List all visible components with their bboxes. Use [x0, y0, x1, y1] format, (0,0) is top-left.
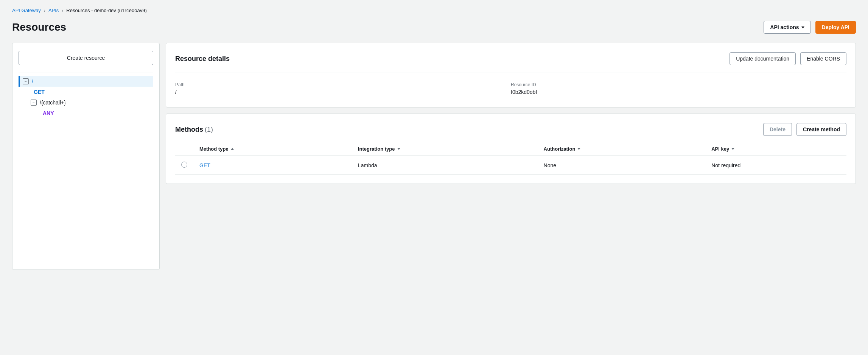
update-doc-label: Update documentation — [736, 56, 789, 62]
detail-path: Path / — [175, 79, 511, 98]
deploy-api-button[interactable]: Deploy API — [815, 21, 856, 34]
tree-label-root: / — [32, 78, 33, 84]
path-label: Path — [175, 82, 511, 87]
tree-collapse-root[interactable]: − — [23, 78, 29, 84]
col-authorization[interactable]: Authorization — [538, 142, 706, 156]
method-get-label: GET — [34, 89, 45, 95]
methods-table: Method type Integration type — [175, 142, 846, 174]
delete-label: Delete — [770, 126, 786, 132]
enable-cors-button[interactable]: Enable CORS — [800, 52, 846, 65]
resource-details-header: Resource details Update documentation En… — [175, 52, 846, 65]
sort-api-key[interactable]: API key — [711, 146, 840, 152]
table-row: GET Lambda None Not required — [175, 156, 846, 174]
row-integration-type-cell: Lambda — [352, 156, 538, 174]
row-integration-type-value: Lambda — [358, 162, 377, 168]
api-actions-button[interactable]: API actions — [764, 21, 810, 34]
methods-table-header-row: Method type Integration type — [175, 142, 846, 156]
row-radio[interactable] — [181, 162, 187, 168]
resource-id-value: f0b2kd0obf — [511, 89, 846, 95]
row-api-key-value: Not required — [711, 162, 740, 168]
create-resource-label: Create resource — [67, 55, 105, 61]
page-header: Resources API actions Deploy API — [12, 21, 856, 34]
deploy-api-label: Deploy API — [822, 24, 849, 30]
methods-title-group: Methods (1) — [175, 126, 213, 134]
tree-collapse-catchall[interactable]: − — [31, 100, 37, 106]
tree-item-root[interactable]: − / — [19, 76, 153, 87]
sort-method-type[interactable]: Method type — [199, 146, 346, 152]
create-method-button[interactable]: Create method — [796, 123, 846, 136]
sort-integration-type[interactable]: Integration type — [358, 146, 532, 152]
sort-authorization-icon — [577, 148, 580, 150]
sort-integration-type-icon — [397, 148, 400, 150]
methods-count: (1) — [205, 126, 213, 133]
main-layout: Create resource − / GET — [12, 43, 856, 270]
update-documentation-button[interactable]: Update documentation — [730, 52, 796, 65]
resource-id-label: Resource ID — [511, 82, 846, 87]
resource-tree: − / GET − /{catchall+} — [19, 73, 153, 118]
methods-title: Methods — [175, 126, 203, 133]
breadcrumb-apis[interactable]: APIs — [48, 8, 59, 13]
methods-actions: Delete Create method — [763, 123, 846, 136]
methods-table-body: GET Lambda None Not required — [175, 156, 846, 174]
resource-details-actions: Update documentation Enable CORS — [730, 52, 846, 65]
breadcrumb-api-gateway[interactable]: API Gateway — [12, 8, 41, 13]
sub-resource: − /{catchall+} ANY — [19, 97, 153, 118]
left-panel: Create resource − / GET — [12, 43, 160, 270]
tree-icon-root: − — [25, 79, 27, 84]
col-api-key-label: API key — [711, 146, 729, 152]
row-api-key-cell: Not required — [705, 156, 846, 174]
row-method-type-link[interactable]: GET — [199, 162, 210, 168]
breadcrumb: API Gateway › APIs › Resources - demo-de… — [12, 8, 856, 13]
breadcrumb-sep-1: › — [44, 8, 45, 13]
row-method-type-cell: GET — [193, 156, 352, 174]
sort-api-key-icon — [731, 148, 734, 150]
resource-details-card: Resource details Update documentation En… — [166, 43, 856, 107]
sort-method-type-icon — [231, 148, 234, 150]
col-api-key[interactable]: API key — [705, 142, 846, 156]
breadcrumb-sep-2: › — [62, 8, 63, 13]
header-actions: API actions Deploy API — [764, 21, 856, 34]
detail-resource-id: Resource ID f0b2kd0obf — [511, 79, 846, 98]
col-integration-type-label: Integration type — [358, 146, 395, 152]
path-value: / — [175, 89, 511, 95]
page-title: Resources — [12, 21, 66, 33]
right-panel: Resource details Update documentation En… — [166, 43, 856, 184]
tree-label-catchall: /{catchall+} — [40, 100, 66, 106]
create-method-label: Create method — [803, 126, 840, 132]
tree-item-get[interactable]: GET — [19, 87, 153, 97]
api-actions-chevron — [801, 26, 804, 28]
col-method-type[interactable]: Method type — [193, 142, 352, 156]
method-any-label: ANY — [43, 110, 54, 116]
api-actions-label: API actions — [770, 24, 799, 30]
enable-cors-label: Enable CORS — [807, 56, 840, 62]
methods-table-head: Method type Integration type — [175, 142, 846, 156]
methods-card: Methods (1) Delete Create method — [166, 114, 856, 184]
tree-item-catchall[interactable]: − /{catchall+} — [28, 97, 153, 108]
row-authorization-cell: None — [538, 156, 706, 174]
tree-item-any[interactable]: ANY — [28, 108, 153, 118]
resource-details-title: Resource details — [175, 55, 230, 63]
col-integration-type[interactable]: Integration type — [352, 142, 538, 156]
row-authorization-value: None — [544, 162, 556, 168]
page-container: API Gateway › APIs › Resources - demo-de… — [0, 0, 868, 355]
row-select-cell[interactable] — [175, 156, 193, 174]
delete-method-button[interactable]: Delete — [763, 123, 792, 136]
tree-icon-catchall: − — [33, 101, 35, 105]
breadcrumb-current: Resources - demo-dev (u1r4e0oav9) — [66, 8, 146, 13]
col-select — [175, 142, 193, 156]
sort-authorization[interactable]: Authorization — [544, 146, 700, 152]
col-authorization-label: Authorization — [544, 146, 576, 152]
col-method-type-label: Method type — [199, 146, 229, 152]
create-resource-button[interactable]: Create resource — [19, 51, 153, 65]
resource-details-grid: Path / Resource ID f0b2kd0obf — [175, 73, 846, 98]
methods-header: Methods (1) Delete Create method — [175, 123, 846, 136]
